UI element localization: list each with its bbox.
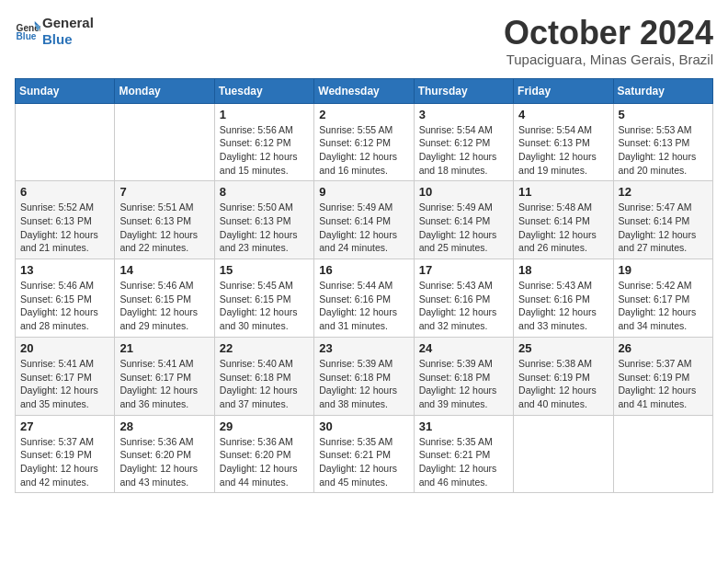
calendar-table: SundayMondayTuesdayWednesdayThursdayFrid…: [15, 78, 713, 494]
calendar-cell: [16, 103, 115, 181]
day-info: Sunrise: 5:41 AMSunset: 6:17 PMDaylight:…: [20, 357, 109, 411]
day-info: Sunrise: 5:52 AMSunset: 6:13 PMDaylight:…: [20, 201, 109, 255]
day-info: Sunrise: 5:37 AMSunset: 6:19 PMDaylight:…: [20, 435, 109, 489]
col-header-thursday: Thursday: [414, 78, 513, 103]
day-number: 27: [20, 419, 109, 433]
day-number: 25: [518, 341, 608, 355]
calendar-cell: 6Sunrise: 5:52 AMSunset: 6:13 PMDaylight…: [16, 181, 115, 259]
day-number: 30: [319, 419, 408, 433]
day-number: 6: [20, 185, 109, 199]
day-number: 17: [419, 263, 508, 277]
calendar-cell: [115, 103, 214, 181]
calendar-cell: 5Sunrise: 5:53 AMSunset: 6:13 PMDaylight…: [613, 103, 712, 181]
day-info: Sunrise: 5:35 AMSunset: 6:21 PMDaylight:…: [419, 435, 508, 489]
day-number: 2: [319, 108, 408, 121]
day-info: Sunrise: 5:56 AMSunset: 6:12 PMDaylight:…: [220, 123, 309, 178]
col-header-sunday: Sunday: [16, 78, 115, 103]
calendar-cell: 25Sunrise: 5:38 AMSunset: 6:19 PMDayligh…: [514, 337, 613, 415]
calendar-cell: 18Sunrise: 5:43 AMSunset: 6:16 PMDayligh…: [514, 259, 613, 338]
calendar-cell: 4Sunrise: 5:54 AMSunset: 6:13 PMDaylight…: [514, 103, 613, 181]
calendar-cell: 27Sunrise: 5:37 AMSunset: 6:19 PMDayligh…: [16, 415, 115, 493]
calendar-cell: 2Sunrise: 5:55 AMSunset: 6:12 PMDaylight…: [314, 103, 414, 181]
logo-line2: Blue: [42, 31, 94, 48]
day-info: Sunrise: 5:55 AMSunset: 6:12 PMDaylight:…: [319, 123, 408, 178]
day-number: 28: [119, 419, 209, 433]
calendar-week-2: 13Sunrise: 5:46 AMSunset: 6:15 PMDayligh…: [16, 259, 713, 338]
day-info: Sunrise: 5:42 AMSunset: 6:17 PMDaylight:…: [619, 279, 708, 333]
day-number: 14: [119, 263, 209, 277]
day-info: Sunrise: 5:41 AMSunset: 6:17 PMDaylight:…: [119, 357, 209, 411]
day-info: Sunrise: 5:49 AMSunset: 6:14 PMDaylight:…: [419, 201, 508, 255]
calendar-cell: [613, 415, 712, 493]
day-number: 13: [20, 263, 109, 277]
day-number: 7: [119, 185, 209, 199]
logo-icon: General Blue: [15, 18, 40, 44]
day-number: 4: [518, 108, 608, 121]
day-info: Sunrise: 5:37 AMSunset: 6:19 PMDaylight:…: [619, 357, 708, 411]
calendar-week-1: 6Sunrise: 5:52 AMSunset: 6:13 PMDaylight…: [16, 181, 713, 259]
day-info: Sunrise: 5:54 AMSunset: 6:13 PMDaylight:…: [518, 123, 608, 178]
day-number: 21: [119, 341, 209, 355]
calendar-cell: 13Sunrise: 5:46 AMSunset: 6:15 PMDayligh…: [16, 259, 115, 338]
page-subtitle: Tupaciguara, Minas Gerais, Brazil: [504, 52, 713, 67]
day-info: Sunrise: 5:36 AMSunset: 6:20 PMDaylight:…: [220, 435, 309, 489]
day-number: 15: [220, 263, 309, 277]
day-number: 1: [220, 108, 309, 121]
day-info: Sunrise: 5:44 AMSunset: 6:16 PMDaylight:…: [319, 279, 408, 333]
day-info: Sunrise: 5:45 AMSunset: 6:15 PMDaylight:…: [220, 279, 309, 333]
day-number: 18: [518, 263, 608, 277]
day-info: Sunrise: 5:46 AMSunset: 6:15 PMDaylight:…: [119, 279, 209, 333]
day-number: 23: [319, 341, 408, 355]
day-info: Sunrise: 5:40 AMSunset: 6:18 PMDaylight:…: [220, 357, 309, 411]
day-number: 26: [619, 341, 708, 355]
calendar-cell: 31Sunrise: 5:35 AMSunset: 6:21 PMDayligh…: [414, 415, 513, 493]
page-title: October 2024: [504, 15, 713, 52]
day-number: 12: [619, 185, 708, 199]
day-info: Sunrise: 5:39 AMSunset: 6:18 PMDaylight:…: [419, 357, 508, 411]
calendar-cell: 3Sunrise: 5:54 AMSunset: 6:12 PMDaylight…: [414, 103, 513, 181]
calendar-cell: 30Sunrise: 5:35 AMSunset: 6:21 PMDayligh…: [314, 415, 414, 493]
col-header-tuesday: Tuesday: [214, 78, 313, 103]
col-header-friday: Friday: [514, 78, 613, 103]
day-number: 29: [220, 419, 309, 433]
day-number: 9: [319, 185, 408, 199]
day-info: Sunrise: 5:51 AMSunset: 6:13 PMDaylight:…: [119, 201, 209, 255]
calendar-cell: 21Sunrise: 5:41 AMSunset: 6:17 PMDayligh…: [115, 337, 214, 415]
day-number: 16: [319, 263, 408, 277]
day-number: 5: [619, 108, 708, 121]
day-info: Sunrise: 5:39 AMSunset: 6:18 PMDaylight:…: [319, 357, 408, 411]
calendar-week-3: 20Sunrise: 5:41 AMSunset: 6:17 PMDayligh…: [16, 337, 713, 415]
day-info: Sunrise: 5:36 AMSunset: 6:20 PMDaylight:…: [119, 435, 209, 489]
calendar-cell: 8Sunrise: 5:50 AMSunset: 6:13 PMDaylight…: [214, 181, 313, 259]
calendar-cell: 17Sunrise: 5:43 AMSunset: 6:16 PMDayligh…: [414, 259, 513, 338]
day-number: 11: [518, 185, 608, 199]
day-info: Sunrise: 5:43 AMSunset: 6:16 PMDaylight:…: [419, 279, 508, 333]
day-number: 20: [20, 341, 109, 355]
day-info: Sunrise: 5:54 AMSunset: 6:12 PMDaylight:…: [419, 123, 508, 178]
calendar-cell: [514, 415, 613, 493]
calendar-cell: 12Sunrise: 5:47 AMSunset: 6:14 PMDayligh…: [613, 181, 712, 259]
calendar-cell: 20Sunrise: 5:41 AMSunset: 6:17 PMDayligh…: [16, 337, 115, 415]
calendar-header: SundayMondayTuesdayWednesdayThursdayFrid…: [16, 78, 713, 103]
calendar-cell: 24Sunrise: 5:39 AMSunset: 6:18 PMDayligh…: [414, 337, 513, 415]
day-info: Sunrise: 5:49 AMSunset: 6:14 PMDaylight:…: [319, 201, 408, 255]
title-block: October 2024 Tupaciguara, Minas Gerais, …: [504, 15, 713, 67]
day-number: 3: [419, 108, 508, 121]
day-info: Sunrise: 5:46 AMSunset: 6:15 PMDaylight:…: [20, 279, 109, 333]
calendar-week-0: 1Sunrise: 5:56 AMSunset: 6:12 PMDaylight…: [16, 103, 713, 181]
day-number: 22: [220, 341, 309, 355]
day-number: 31: [419, 419, 508, 433]
day-info: Sunrise: 5:43 AMSunset: 6:16 PMDaylight:…: [518, 279, 608, 333]
calendar-cell: 29Sunrise: 5:36 AMSunset: 6:20 PMDayligh…: [214, 415, 313, 493]
calendar-cell: 26Sunrise: 5:37 AMSunset: 6:19 PMDayligh…: [613, 337, 712, 415]
calendar-cell: 22Sunrise: 5:40 AMSunset: 6:18 PMDayligh…: [214, 337, 313, 415]
calendar-cell: 11Sunrise: 5:48 AMSunset: 6:14 PMDayligh…: [514, 181, 613, 259]
calendar-cell: 19Sunrise: 5:42 AMSunset: 6:17 PMDayligh…: [613, 259, 712, 338]
calendar-week-4: 27Sunrise: 5:37 AMSunset: 6:19 PMDayligh…: [16, 415, 713, 493]
calendar-cell: 7Sunrise: 5:51 AMSunset: 6:13 PMDaylight…: [115, 181, 214, 259]
calendar-cell: 15Sunrise: 5:45 AMSunset: 6:15 PMDayligh…: [214, 259, 313, 338]
calendar-cell: 10Sunrise: 5:49 AMSunset: 6:14 PMDayligh…: [414, 181, 513, 259]
logo-line1: General: [42, 15, 94, 31]
calendar-cell: 14Sunrise: 5:46 AMSunset: 6:15 PMDayligh…: [115, 259, 214, 338]
day-info: Sunrise: 5:38 AMSunset: 6:19 PMDaylight:…: [518, 357, 608, 411]
